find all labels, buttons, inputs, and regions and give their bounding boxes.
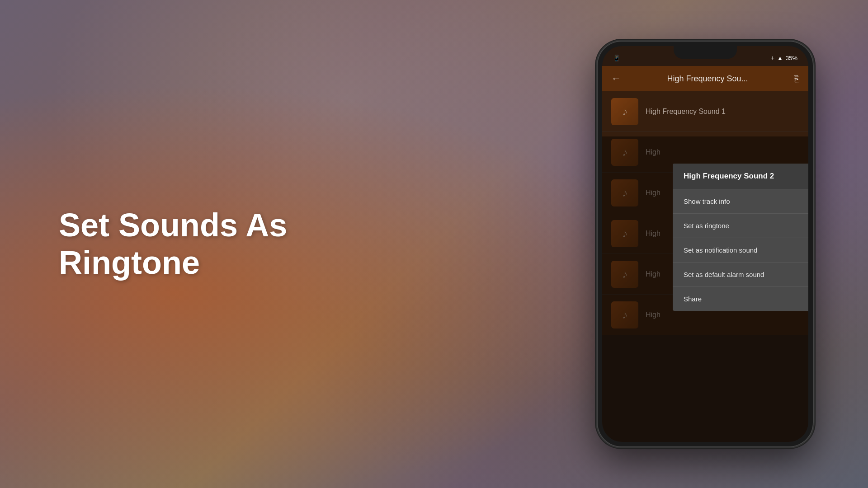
battery-level: 35% bbox=[786, 55, 797, 61]
phone-screen: 📱 + ▲ 35% ← High Frequency Sou... ⎘ ♪ bbox=[602, 46, 808, 442]
header-title: High Frequency Sou... bbox=[621, 74, 794, 84]
phone-notch bbox=[674, 46, 737, 59]
hero-text: Set Sounds As Ringtone bbox=[59, 206, 287, 282]
back-button[interactable]: ← bbox=[611, 73, 621, 84]
sound-list: ♪ High Frequency Sound 1 ♪ High ♪ High ♪… bbox=[602, 91, 808, 442]
hero-line1: Set Sounds As bbox=[59, 206, 287, 244]
signal-icon: + bbox=[771, 54, 774, 61]
context-menu-share[interactable]: Share bbox=[673, 287, 808, 311]
context-menu-set-alarm[interactable]: Set as default alarm sound bbox=[673, 263, 808, 287]
status-right: + ▲ 35% bbox=[771, 54, 797, 61]
context-menu-title: High Frequency Sound 2 bbox=[673, 164, 808, 189]
hero-line2: Ringtone bbox=[59, 244, 287, 282]
phone-frame: 📱 + ▲ 35% ← High Frequency Sou... ⎘ ♪ bbox=[597, 41, 814, 447]
app-header: ← High Frequency Sou... ⎘ bbox=[602, 66, 808, 91]
share-button[interactable]: ⎘ bbox=[794, 74, 799, 84]
phone-mockup: 📱 + ▲ 35% ← High Frequency Sou... ⎘ ♪ bbox=[597, 41, 814, 447]
list-item[interactable]: ♪ High Frequency Sound 1 bbox=[602, 91, 808, 132]
context-menu-show-track-info[interactable]: Show track info bbox=[673, 189, 808, 214]
phone-icon: 📱 bbox=[613, 55, 620, 61]
signal-bars-icon: ▲ bbox=[777, 55, 783, 61]
item-bg bbox=[602, 91, 808, 131]
context-menu-set-ringtone[interactable]: Set as ringtone bbox=[673, 214, 808, 238]
context-menu: High Frequency Sound 2 Show track info S… bbox=[673, 164, 808, 311]
status-left: 📱 bbox=[613, 55, 620, 61]
context-menu-set-notification[interactable]: Set as notification sound bbox=[673, 238, 808, 263]
